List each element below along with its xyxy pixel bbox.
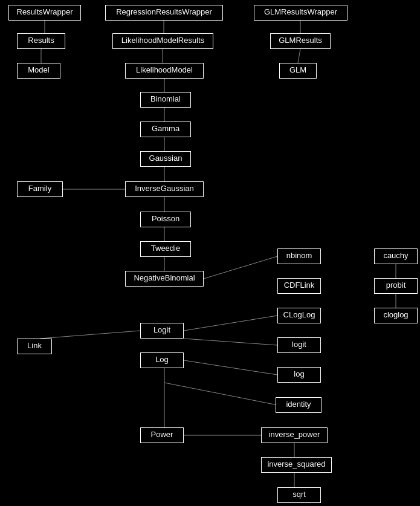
node-log: Log: [140, 352, 184, 368]
node-cloglog: cloglog: [374, 308, 418, 323]
node-nbinom: nbinom: [277, 248, 321, 264]
node-glm: GLM: [279, 63, 317, 79]
node-model: Model: [17, 63, 60, 79]
node-inversegaussian: InverseGaussian: [125, 181, 204, 197]
node-binomial: Binomial: [140, 92, 191, 108]
node-tweedie: Tweedie: [140, 241, 191, 257]
node-cloglog: CLogLog: [277, 308, 321, 323]
node-family: Family: [17, 181, 63, 197]
node-gaussian: Gaussian: [140, 151, 191, 167]
node-logit: logit: [277, 337, 321, 353]
svg-line-15: [204, 256, 277, 279]
node-regressionresultswrapper: RegressionResultsWrapper: [105, 5, 223, 21]
svg-line-22: [184, 316, 277, 331]
node-log: log: [277, 367, 321, 383]
svg-line-20: [184, 339, 277, 345]
node-cdflink: CDFLink: [277, 278, 321, 294]
svg-line-25: [164, 383, 277, 405]
node-glmresultswrapper: GLMResultsWrapper: [254, 5, 347, 21]
node-likelihoodmodel: LikelihoodModel: [125, 63, 204, 79]
node-identity: identity: [276, 397, 321, 413]
svg-line-5: [298, 49, 300, 63]
node-logit: Logit: [140, 323, 184, 339]
node-inverse_squared: inverse_squared: [261, 457, 332, 473]
node-link: Link: [17, 339, 52, 354]
node-glmresults: GLMResults: [270, 33, 331, 49]
node-likelihoodmodelresults: LikelihoodModelResults: [112, 33, 213, 49]
svg-line-21: [184, 360, 277, 375]
node-cauchy: cauchy: [374, 248, 418, 264]
node-sqrt: sqrt: [277, 487, 321, 503]
node-probit: probit: [374, 278, 418, 294]
connection-lines: [0, 0, 420, 506]
node-negativebinomial: NegativeBinomial: [125, 271, 204, 287]
node-gamma: Gamma: [140, 122, 191, 137]
node-inverse_power: inverse_power: [261, 427, 328, 443]
node-power: Power: [140, 427, 184, 443]
svg-line-18: [40, 331, 140, 339]
node-resultswrapper: ResultsWrapper: [8, 5, 81, 21]
node-poisson: Poisson: [140, 212, 191, 227]
node-results: Results: [17, 33, 65, 49]
